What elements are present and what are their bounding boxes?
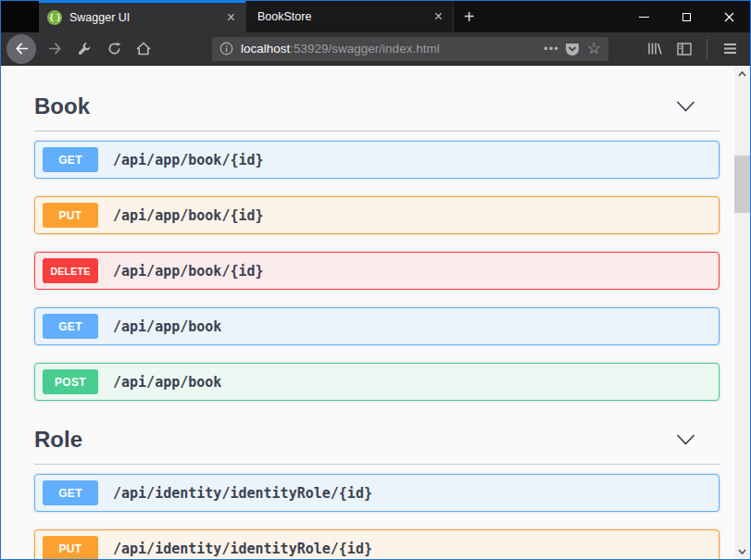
url-path: :53929/swagger/index.html — [290, 42, 439, 56]
new-tab-button[interactable]: + — [454, 1, 484, 32]
library-button[interactable] — [643, 37, 667, 61]
sidebar-toggle-button[interactable] — [672, 37, 696, 61]
endpoint-row[interactable]: POST /api/app/book — [34, 363, 720, 401]
endpoint-list: GET /api/identity/identityRole/{id} PUT … — [34, 465, 720, 559]
toolbar-separator — [707, 39, 707, 59]
api-tag-section: Book GET /api/app/book/{id} PUT /api/app… — [34, 93, 720, 401]
method-badge: DELETE — [43, 258, 98, 283]
tab-title: Swagger UI — [69, 11, 225, 24]
url-text[interactable]: localhost:53929/swagger/index.html — [241, 42, 538, 56]
tab-swagger-ui[interactable]: { } Swagger UI × — [39, 1, 245, 32]
tab-bookstore[interactable]: BookStore × — [245, 1, 454, 32]
tab-bar: { } Swagger UI × BookStore × + — [1, 1, 750, 32]
scrollbar-thumb[interactable] — [734, 156, 750, 213]
close-icon — [724, 12, 734, 22]
endpoint-row[interactable]: DELETE /api/app/book/{id} — [34, 252, 720, 290]
endpoint-path: /api/app/book — [113, 374, 221, 391]
page-content: Book GET /api/app/book/{id} PUT /api/app… — [1, 66, 750, 559]
sidebar-icon — [677, 43, 692, 56]
url-host: localhost — [241, 42, 290, 56]
tag-title: Book — [34, 93, 90, 119]
forward-button[interactable] — [43, 37, 67, 61]
method-badge: GET — [43, 480, 98, 505]
endpoint-row[interactable]: PUT /api/identity/identityRole/{id} — [34, 529, 720, 559]
browser-window: { } Swagger UI × BookStore × + — [0, 0, 751, 560]
tag-title: Role — [34, 427, 82, 453]
menu-button[interactable] — [718, 37, 742, 61]
swagger-favicon-icon: { } — [47, 10, 62, 25]
chevron-down-icon[interactable] — [676, 434, 695, 445]
endpoint-path: /api/identity/identityRole/{id} — [113, 485, 372, 502]
scroll-up-icon — [738, 71, 746, 77]
tab-close-icon[interactable]: × — [432, 9, 444, 24]
scroll-down-icon — [738, 549, 746, 554]
api-sections: Book GET /api/app/book/{id} PUT /api/app… — [34, 93, 720, 559]
method-badge: POST — [43, 369, 98, 394]
tools-button[interactable] — [72, 37, 96, 61]
scrollbar-up-button[interactable] — [734, 66, 750, 81]
endpoint-list: GET /api/app/book/{id} PUT /api/app/book… — [34, 131, 720, 401]
tab-title: BookStore — [257, 10, 432, 23]
swagger-page: Book GET /api/app/book/{id} PUT /api/app… — [1, 66, 734, 559]
endpoint-row[interactable]: GET /api/app/book/{id} — [34, 141, 720, 179]
vertical-scrollbar[interactable] — [734, 66, 750, 559]
endpoint-path: /api/app/book/{id} — [113, 207, 264, 224]
method-badge: GET — [43, 314, 98, 339]
minimize-icon — [639, 17, 649, 18]
endpoint-row[interactable]: GET /api/identity/identityRole/{id} — [34, 474, 720, 512]
endpoint-row[interactable]: PUT /api/app/book/{id} — [34, 196, 720, 234]
navigation-toolbar: localhost:53929/swagger/index.html ••• ☆ — [1, 32, 750, 66]
page-actions-button[interactable]: ••• — [544, 42, 559, 56]
forward-arrow-icon — [48, 42, 62, 56]
window-maximize-button[interactable] — [665, 1, 707, 32]
hamburger-menu-icon — [723, 43, 737, 55]
method-badge: PUT — [43, 203, 98, 228]
site-info-icon — [219, 42, 233, 56]
toolbar-right-group — [640, 37, 745, 61]
chevron-down-icon[interactable] — [676, 101, 695, 112]
tag-header[interactable]: Book — [34, 93, 720, 119]
window-minimize-button[interactable] — [622, 1, 665, 32]
method-badge: PUT — [43, 536, 98, 559]
maximize-icon — [682, 13, 691, 21]
reload-button[interactable] — [102, 37, 126, 61]
address-bar[interactable]: localhost:53929/swagger/index.html ••• ☆ — [212, 37, 608, 61]
tag-header[interactable]: Role — [34, 427, 720, 453]
titlebar-drag-area — [484, 1, 622, 32]
tab-close-icon[interactable]: × — [225, 10, 237, 25]
endpoint-path: /api/app/book/{id} — [113, 263, 264, 280]
pocket-icon[interactable] — [565, 42, 580, 56]
window-close-button[interactable] — [707, 1, 750, 32]
endpoint-path: /api/app/book/{id} — [113, 152, 264, 168]
home-button[interactable] — [131, 37, 156, 61]
library-icon — [647, 42, 662, 56]
back-button[interactable] — [6, 34, 36, 64]
home-icon — [136, 42, 151, 56]
method-badge: GET — [43, 147, 98, 172]
endpoint-row[interactable]: GET /api/app/book — [34, 307, 720, 345]
api-tag-section: Role GET /api/identity/identityRole/{id}… — [34, 427, 720, 559]
endpoint-path: /api/app/book — [113, 318, 221, 335]
titlebar-left-space — [1, 1, 39, 32]
endpoint-path: /api/identity/identityRole/{id} — [113, 541, 372, 557]
scrollbar-down-button[interactable] — [734, 543, 750, 559]
wrench-icon — [78, 42, 92, 56]
reload-icon — [107, 42, 121, 56]
bookmark-star-icon[interactable]: ☆ — [587, 39, 601, 58]
back-arrow-icon — [15, 42, 29, 56]
